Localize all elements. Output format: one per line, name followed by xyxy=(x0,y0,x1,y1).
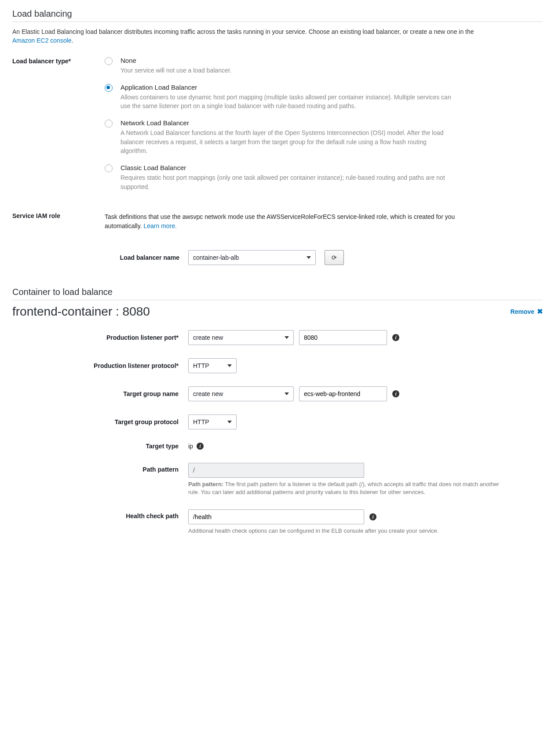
info-icon[interactable]: i xyxy=(369,513,376,520)
listener-port-input[interactable] xyxy=(299,330,387,345)
tg-name-select[interactable]: create new xyxy=(188,386,294,401)
chevron-down-icon xyxy=(307,256,311,259)
refresh-button[interactable]: ⟳ xyxy=(325,250,344,265)
container-title: frontend-container : 8080 xyxy=(12,305,150,319)
path-pattern-help: Path pattern: The first path pattern for… xyxy=(188,480,505,496)
radio-label: None xyxy=(120,57,231,64)
lb-name-label: Load balancer name xyxy=(12,254,188,261)
health-check-help: Additional health check options can be c… xyxy=(188,527,438,535)
target-type-value: ip xyxy=(188,443,193,450)
listener-port-label: Production listener port* xyxy=(12,334,188,341)
radio-icon[interactable] xyxy=(105,57,113,65)
radio-desc: Your service will not use a load balance… xyxy=(120,66,231,75)
radio-label: Network Load Balancer xyxy=(120,119,455,127)
service-iam-role-label: Service IAM role xyxy=(12,212,105,219)
info-icon[interactable]: i xyxy=(392,334,399,341)
section-description: An Elastic Load Balancing load balancer … xyxy=(12,27,496,45)
tg-proto-select[interactable]: HTTP xyxy=(188,414,237,429)
listener-proto-label: Production listener protocol* xyxy=(12,362,188,369)
listener-proto-select[interactable]: HTTP xyxy=(188,358,237,373)
path-pattern-input xyxy=(188,463,364,478)
target-type-label: Target type xyxy=(12,443,188,450)
chevron-down-icon xyxy=(227,364,232,367)
section-title-load-balancing: Load balancing xyxy=(12,9,543,22)
radio-option-alb[interactable]: Application Load Balancer Allows contain… xyxy=(105,84,543,111)
lb-name-select[interactable]: container-lab-alb xyxy=(188,250,316,265)
listener-port-select[interactable]: create new xyxy=(188,330,294,345)
health-check-label: Health check path xyxy=(12,509,188,520)
chevron-down-icon xyxy=(285,393,289,395)
ec2-console-link[interactable]: Amazon EC2 console xyxy=(12,37,72,44)
radio-desc: Requires static host port mappings (only… xyxy=(120,173,455,191)
path-pattern-label: Path pattern xyxy=(12,463,188,473)
tg-name-input[interactable] xyxy=(299,386,387,401)
radio-option-nlb[interactable]: Network Load Balancer A Network Load Bal… xyxy=(105,119,543,155)
lb-type-label: Load balancer type* xyxy=(12,57,105,65)
radio-option-clb[interactable]: Classic Load Balancer Requires static ho… xyxy=(105,164,543,191)
remove-button[interactable]: Remove ✖ xyxy=(511,307,543,316)
service-iam-role-text: Task definitions that use the awsvpc net… xyxy=(105,212,474,231)
info-icon[interactable]: i xyxy=(197,443,204,450)
health-check-input[interactable] xyxy=(188,509,364,524)
radio-option-none[interactable]: None Your service will not use a load ba… xyxy=(105,57,543,75)
lb-name-value: container-lab-alb xyxy=(193,254,239,261)
radio-label: Classic Load Balancer xyxy=(120,164,455,171)
chevron-down-icon xyxy=(227,421,232,423)
radio-desc: Allows containers to use dynamic host po… xyxy=(120,93,455,111)
learn-more-link[interactable]: Learn more. xyxy=(143,222,176,229)
chevron-down-icon xyxy=(285,336,289,339)
tg-name-label: Target group name xyxy=(12,390,188,397)
radio-label: Application Load Balancer xyxy=(120,84,455,91)
info-icon[interactable]: i xyxy=(392,390,399,397)
refresh-icon: ⟳ xyxy=(332,254,337,261)
radio-icon[interactable] xyxy=(105,164,113,172)
close-icon: ✖ xyxy=(537,307,543,316)
tg-proto-label: Target group protocol xyxy=(12,418,188,425)
radio-icon[interactable] xyxy=(105,84,113,92)
radio-desc: A Network Load Balancer functions at the… xyxy=(120,128,455,155)
radio-icon[interactable] xyxy=(105,120,113,127)
section-title-container: Container to load balance xyxy=(12,287,543,300)
